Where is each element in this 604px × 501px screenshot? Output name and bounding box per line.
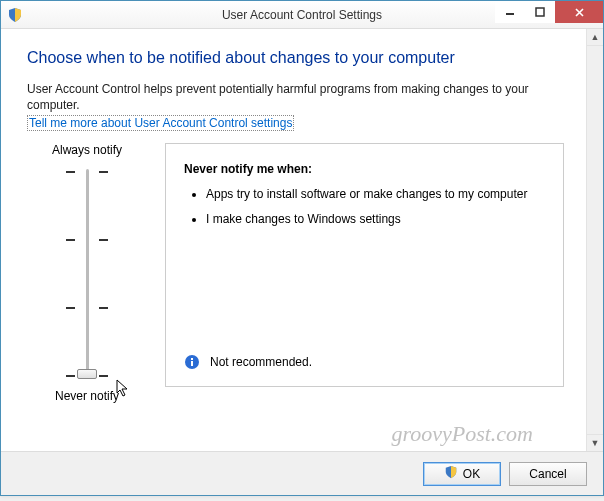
infobox-bullet: I make changes to Windows settings — [206, 211, 545, 227]
setting-description-panel: Never notify me when: Apps try to instal… — [165, 143, 564, 387]
titlebar[interactable]: User Account Control Settings — [1, 1, 603, 29]
cancel-button[interactable]: Cancel — [509, 462, 587, 486]
page-heading: Choose when to be notified about changes… — [27, 49, 564, 67]
svg-rect-1 — [536, 8, 544, 16]
description-text: User Account Control helps prevent poten… — [27, 81, 564, 113]
cancel-button-label: Cancel — [529, 467, 566, 481]
not-recommended-text: Not recommended. — [210, 355, 312, 369]
scroll-down-button[interactable]: ▼ — [587, 434, 603, 451]
uac-settings-window: User Account Control Settings Choose whe… — [0, 0, 604, 496]
notification-slider[interactable] — [27, 165, 147, 381]
svg-rect-0 — [506, 13, 514, 15]
slider-bottom-label: Never notify — [27, 389, 147, 403]
content-area: Choose when to be notified about changes… — [1, 29, 586, 451]
slider-thumb[interactable] — [77, 369, 97, 379]
minimize-button[interactable] — [495, 1, 525, 23]
slider-column: Always notify Never notify — [27, 143, 147, 403]
infobox-title: Never notify me when: — [184, 162, 545, 176]
vertical-scrollbar[interactable]: ▲ ▼ — [586, 29, 603, 451]
shield-icon — [7, 7, 23, 23]
svg-rect-4 — [191, 358, 193, 360]
learn-more-link[interactable]: Tell me more about User Account Control … — [27, 115, 294, 131]
shield-icon — [444, 465, 458, 482]
infobox-bullet: Apps try to install software or make cha… — [206, 186, 545, 202]
close-button[interactable] — [555, 1, 603, 23]
slider-top-label: Always notify — [27, 143, 147, 157]
button-bar: OK Cancel — [1, 451, 603, 495]
info-icon — [184, 354, 200, 370]
ok-button-label: OK — [463, 467, 480, 481]
scroll-up-button[interactable]: ▲ — [587, 29, 603, 46]
ok-button[interactable]: OK — [423, 462, 501, 486]
svg-rect-3 — [191, 361, 193, 366]
maximize-button[interactable] — [525, 1, 555, 23]
